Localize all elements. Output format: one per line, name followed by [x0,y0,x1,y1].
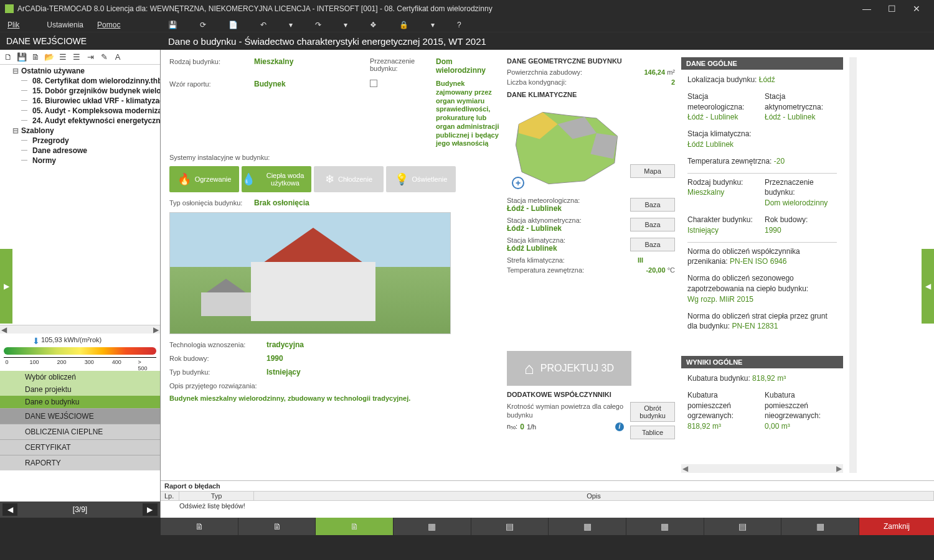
value-oslon[interactable]: Brak osłonięcia [254,198,366,207]
value-rodzaj[interactable]: Mieszkalny [254,57,366,66]
tree-file[interactable]: 24. Audyt efektywności energetycznej.t [0,116,160,126]
link-klim[interactable]: Łódź Lublinek [687,140,734,149]
map-add-button[interactable]: + [512,177,524,189]
lock-more-icon[interactable]: ▾ [431,21,435,29]
save-icon[interactable]: 💾 [168,21,177,29]
link-norm1[interactable]: PN-EN ISO 6946 [730,257,786,266]
pager-next-button[interactable]: ▶ [143,503,158,516]
tree-file[interactable]: 15. Dobór grzejników budynek wieloroc [0,86,160,96]
value-opis[interactable]: Budynek mieszkalny wielorodzinny, zbudow… [169,394,501,402]
bottom-tab-1[interactable]: 🗎 [161,518,238,535]
list-a-icon[interactable]: ☰ [57,52,68,63]
tree-group-recent[interactable]: Ostatnio używane [0,66,160,76]
link-meteo[interactable]: Łódź - Lublinek [687,113,738,121]
menu-file[interactable]: Plik [7,21,33,29]
bottom-tab-9[interactable]: ▦ [781,518,859,535]
value-przezn[interactable]: Dom wielorodzinny [436,57,501,75]
bottom-tab-7[interactable]: ▦ [626,518,704,535]
bottom-tab-4[interactable]: ▦ [394,518,471,535]
list-b-icon[interactable]: ☰ [71,52,82,63]
link-norm2[interactable]: Wg rozp. MIiR 2015 [687,295,753,304]
link-temp[interactable]: -20 [774,157,785,166]
baza-klim-button[interactable]: Baza [630,238,675,251]
bottom-tab-6[interactable]: ▦ [549,518,626,535]
tree-hscroll[interactable]: ◀▶ [0,325,160,334]
side-tab-right[interactable]: ◀ [922,249,934,324]
open-icon[interactable]: 📂 [44,52,55,63]
sys-dhw-button[interactable]: 💧Ciepła woda użytkowa [242,166,311,192]
help-icon[interactable]: ? [457,21,461,29]
pager-prev-button[interactable]: ◀ [2,503,17,516]
value-n50[interactable]: 0 [520,422,524,431]
menu-settings[interactable]: Ustawienia [47,21,83,29]
font-icon[interactable]: A [112,52,123,63]
bottom-tab-3[interactable]: 🗎 [316,518,394,535]
baza-aktyn-button[interactable]: Baza [630,218,675,231]
sys-heating-button[interactable]: 🔥Ogrzewanie [169,166,239,192]
nav-section-input[interactable]: DANE WEJŚCIOWE [0,408,160,424]
link-aktyn[interactable]: Łódź - Lublinek [765,113,815,121]
value-klim[interactable]: Łódź Lublinek [507,244,625,253]
nav-section-reports[interactable]: RAPORTY [0,455,160,470]
checkbox-gov[interactable] [370,80,377,87]
bottom-tab-5[interactable]: ▤ [471,518,549,535]
value-aktyn[interactable]: Łódź - Lublinek [507,224,625,233]
bottom-tab-8[interactable]: ▤ [704,518,782,535]
map-button[interactable]: Mapa [630,164,675,178]
value-typ[interactable]: Istniejący [267,368,301,376]
close-button[interactable]: Zamknij [859,518,934,535]
error-refresh-row[interactable]: Odśwież listę błędów! [161,501,934,511]
rotate-building-button[interactable]: Obrót budynku [630,402,675,422]
tree-template[interactable]: Normy [0,156,160,166]
lock-icon[interactable]: 🔒 [399,21,408,29]
tree-group-templates[interactable]: Szablony [0,126,160,136]
right-hscroll[interactable]: ◀▶ [681,464,843,473]
tree-file[interactable]: 05. Audyt - Kompleksowa modernizacja [0,106,160,116]
tree-file[interactable]: 16. Biurowiec układ VRF - klimatyzacja.t… [0,96,160,106]
new-file-icon[interactable]: 🗋 [2,52,14,63]
link-rok[interactable]: 1990 [765,226,781,235]
redo-more-icon[interactable]: ▾ [344,21,347,29]
layers-icon[interactable]: ❖ [370,21,377,29]
nav-section-thermal[interactable]: OBLICZENIA CIEPLNE [0,424,160,439]
link-location[interactable]: Łódź [759,75,775,84]
nav-item-projectdata[interactable]: Dane projektu [0,383,160,396]
baza-meteo-button[interactable]: Baza [630,198,675,212]
nav-item-buildingdata[interactable]: Dane o budynku [0,396,160,408]
value-floors[interactable]: 2 [671,78,675,86]
undo-more-icon[interactable]: ▾ [289,21,293,29]
menu-help[interactable]: Pomoc [97,21,134,29]
tree-template[interactable]: Dane adresowe [0,146,160,156]
refresh-icon[interactable]: ⟳ [200,21,206,29]
close-window-button[interactable]: ✕ [904,0,929,17]
link-rodzaj[interactable]: Mieszkalny [687,188,724,197]
maximize-button[interactable]: ☐ [879,0,904,17]
undo-icon[interactable]: ↶ [260,21,267,29]
value-meteo[interactable]: Łódź - Lublinek [507,204,625,213]
sys-lighting-button[interactable]: 💡Oświetlenie [386,166,456,192]
link-norm3[interactable]: PN-EN 12831 [732,322,778,330]
value-tech[interactable]: tradycyjna [267,340,304,349]
sys-cooling-button[interactable]: ❄Chłodzenie [314,166,384,192]
side-tab-left[interactable]: ▶ [0,249,12,324]
value-rok[interactable]: 1990 [267,354,283,363]
tables-button[interactable]: Tablice [630,426,675,439]
nav-item-calcselect[interactable]: Wybór obliczeń [0,371,160,383]
save-file-icon[interactable]: 💾 [16,52,27,63]
link-char[interactable]: Istniejący [687,226,719,235]
nav-section-cert[interactable]: CERTYFIKAT [0,439,160,455]
tree-template[interactable]: Przegrody [0,136,160,146]
link-przezn[interactable]: Dom wielorodzinny [765,198,828,207]
save-as-icon[interactable]: 🗎 [30,52,41,63]
redo-icon[interactable]: ↷ [315,21,321,29]
wizard-icon[interactable]: ✎ [98,52,110,63]
tree-file[interactable]: 08. Certyfikat dom wielorodzinny.thb [0,76,160,86]
import-icon[interactable]: ⇥ [85,52,96,63]
value-area[interactable]: 146,24 [644,68,665,76]
poland-map[interactable]: + [507,105,626,192]
bottom-tab-2[interactable]: 🗎 [238,518,316,535]
info-icon[interactable]: i [615,422,624,431]
content-vscroll[interactable] [849,57,857,473]
project-3d-button[interactable]: ⌂ PROJEKTUJ 3D [507,351,631,386]
minimize-button[interactable]: — [854,0,879,17]
